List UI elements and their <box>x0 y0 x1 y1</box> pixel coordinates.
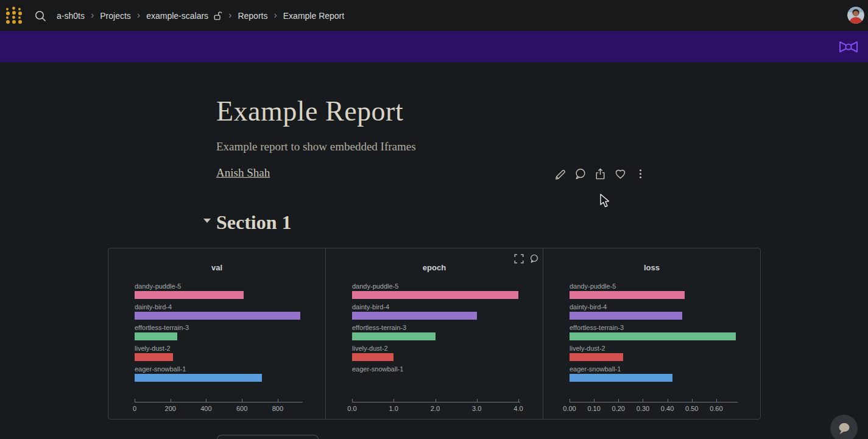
panel-grid: val dandy-puddle-5dainty-bird-4effortles… <box>108 248 761 420</box>
chart-x-axis: 0.01.02.03.04.0 <box>352 398 520 418</box>
x-axis-line <box>570 402 738 402</box>
like-heart-icon[interactable] <box>613 166 627 181</box>
x-tick <box>518 399 519 402</box>
run-bar <box>135 312 300 320</box>
x-tick <box>171 399 171 402</box>
x-tick <box>278 399 278 402</box>
x-tick <box>643 399 643 402</box>
breadcrumb-separator: › <box>228 10 231 21</box>
x-tick <box>206 399 206 402</box>
comment-icon[interactable] <box>529 253 539 264</box>
run-bar <box>570 374 672 382</box>
breadcrumb-item-a-sh0ts[interactable]: a-sh0ts <box>57 11 85 21</box>
run-label: lively-dust-2 <box>570 345 736 352</box>
breadcrumb-item-example-scalars[interactable]: example-scalars <box>146 11 208 21</box>
x-tick <box>594 399 595 402</box>
logo-dot <box>18 12 22 15</box>
x-tick-label: 600 <box>236 405 247 412</box>
chat-bubble-icon <box>836 421 852 436</box>
logo-dot <box>6 8 9 10</box>
share-export-icon[interactable] <box>593 166 607 181</box>
chart-x-axis: 0.000.100.200.300.400.500.60 <box>570 398 738 418</box>
report-description: Example report to show embedded Iframes <box>216 140 416 153</box>
run-bar <box>135 353 173 361</box>
chart-bars: dandy-puddle-5dainty-bird-4effortless-te… <box>135 283 301 386</box>
edit-pencil-icon[interactable] <box>553 166 566 181</box>
unlock-icon <box>213 10 222 21</box>
run-label: eager-snowball-1 <box>135 365 301 373</box>
chart-row: dainty-bird-4 <box>135 303 301 324</box>
run-bar <box>352 353 393 361</box>
mouse-cursor <box>599 194 611 208</box>
chart-bars: dandy-puddle-5dainty-bird-4effortless-te… <box>352 283 518 386</box>
chart-row: dandy-puddle-5 <box>352 283 518 303</box>
report-actions-toolbar <box>553 166 647 181</box>
breadcrumb-separator: › <box>137 10 140 21</box>
run-label: eager-snowball-1 <box>352 365 518 373</box>
logo-dot <box>12 11 16 15</box>
x-tick <box>668 399 668 402</box>
run-bar <box>570 332 736 340</box>
x-tick-label: 400 <box>200 405 211 412</box>
run-bar <box>570 353 623 361</box>
run-bar <box>135 291 244 299</box>
x-tick <box>393 399 394 402</box>
x-tick-label: 2.0 <box>431 405 440 412</box>
breadcrumb-separator: › <box>273 10 277 21</box>
top-navigation-bar: a-sh0ts›Projects›example-scalars›Reports… <box>0 0 868 31</box>
panel-hover-toolbar <box>513 253 539 264</box>
run-label: dandy-puddle-5 <box>135 283 301 290</box>
run-bar <box>135 332 177 340</box>
breadcrumb-item-example-report[interactable]: Example Report <box>283 11 344 21</box>
logo-dot <box>6 20 10 24</box>
report-banner <box>0 31 868 62</box>
chart-row: eager-snowball-1 <box>135 365 301 386</box>
chart-panel-epoch[interactable]: epoch dandy-puddle-5dainty-bird-4effortl… <box>325 248 543 419</box>
x-tick-label: 0.60 <box>710 405 722 412</box>
logo-dot <box>6 16 9 19</box>
section-collapse-caret[interactable] <box>203 219 211 223</box>
fullscreen-icon[interactable] <box>513 253 524 264</box>
run-label: eager-snowball-1 <box>570 365 736 373</box>
chat-launcher-button[interactable] <box>830 415 858 439</box>
x-tick-label: 0.50 <box>685 405 698 412</box>
run-bar <box>135 374 262 382</box>
x-tick-label: 0.0 <box>347 405 356 412</box>
report-title: Example Report <box>216 95 403 127</box>
chart-row: effortless-terrain-3 <box>135 324 301 345</box>
wandb-logo-icon[interactable] <box>5 7 23 25</box>
x-tick-label: 4.0 <box>513 405 523 412</box>
run-bar <box>570 312 682 320</box>
chart-panel-loss[interactable]: loss dandy-puddle-5dainty-bird-4effortle… <box>543 248 760 419</box>
comment-bubble-icon[interactable] <box>573 166 587 181</box>
breadcrumb: a-sh0ts›Projects›example-scalars›Reports… <box>57 0 344 31</box>
chart-row: lively-dust-2 <box>352 345 518 365</box>
logo-dot <box>18 20 22 24</box>
chart-title: epoch <box>326 263 543 272</box>
chart-panel-val[interactable]: val dandy-puddle-5dainty-bird-4effortles… <box>108 248 325 419</box>
x-tick-label: 800 <box>272 405 283 412</box>
chart-row: eager-snowball-1 <box>352 365 518 386</box>
run-label: dainty-bird-4 <box>352 303 518 311</box>
report-author-link[interactable]: Anish Shah <box>216 166 270 180</box>
run-label: effortless-terrain-3 <box>135 324 301 331</box>
logo-dot <box>12 20 16 24</box>
bowtie-icon[interactable] <box>838 39 859 55</box>
x-tick-label: 0.30 <box>637 405 649 412</box>
x-tick-label: 0.10 <box>587 405 600 412</box>
x-tick <box>436 399 436 402</box>
chart-row: lively-dust-2 <box>135 345 301 365</box>
user-avatar[interactable] <box>847 7 864 24</box>
breadcrumb-item-projects[interactable]: Projects <box>100 11 131 21</box>
run-bar <box>352 291 518 299</box>
x-tick-label: 200 <box>165 405 176 412</box>
search-icon[interactable] <box>32 8 48 24</box>
logo-dot <box>18 8 21 10</box>
breadcrumb-item-reports[interactable]: Reports <box>238 11 267 21</box>
chart-row: dainty-bird-4 <box>570 303 736 324</box>
more-kebab-icon[interactable] <box>633 166 647 181</box>
x-tick <box>477 399 478 402</box>
next-panel-partial[interactable] <box>217 435 319 439</box>
x-tick <box>570 399 570 402</box>
logo-dot <box>12 7 15 10</box>
